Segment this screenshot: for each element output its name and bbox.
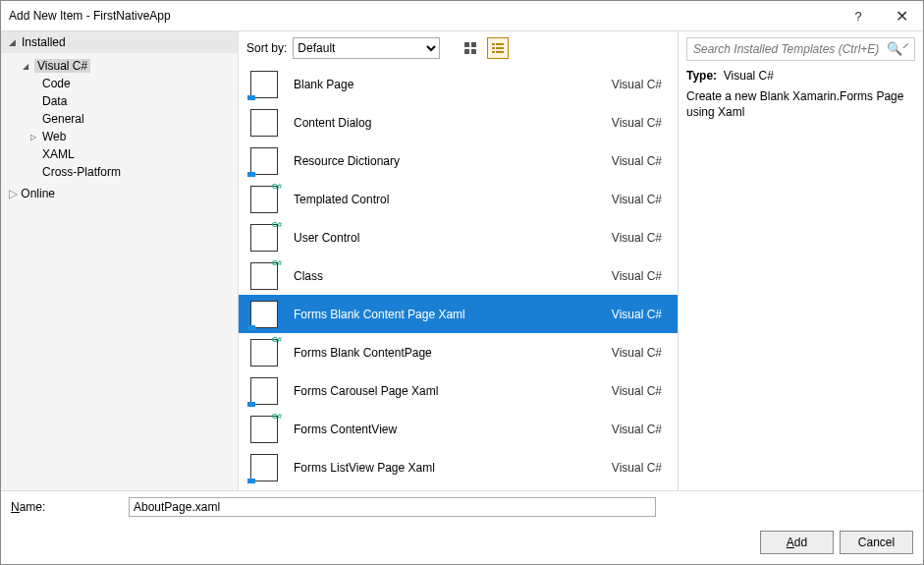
tree-node-visual-csharp[interactable]: ◢ Visual C#: [1, 57, 238, 75]
template-item[interactable]: User ControlVisual C#: [239, 218, 678, 256]
search-box: 🔍⸍: [686, 37, 915, 61]
close-button[interactable]: ✕: [880, 1, 923, 30]
name-label: Name:: [11, 500, 119, 514]
installed-tree: ◢ Visual C# CodeDataGeneral▷WebXAMLCross…: [1, 53, 238, 185]
dialog-icon: [250, 109, 278, 137]
template-label: Blank Page: [294, 78, 612, 91]
list-icon: [491, 41, 505, 55]
svg-rect-4: [492, 43, 495, 45]
xaml-icon: [250, 71, 278, 98]
window-title: Add New Item - FirstNativeApp: [9, 9, 837, 23]
tree-node-cross-platform[interactable]: Cross-Platform: [30, 163, 238, 181]
main-area: ◢ Installed ◢ Visual C# CodeDataGeneral▷…: [1, 30, 923, 491]
svg-rect-6: [492, 47, 495, 49]
svg-rect-1: [471, 42, 476, 47]
template-label: Forms Blank ContentPage: [294, 346, 612, 360]
sort-by-label: Sort by:: [246, 41, 287, 55]
sort-by-select[interactable]: Default: [293, 37, 440, 59]
template-item[interactable]: ClassVisual C#: [239, 256, 678, 295]
svg-rect-7: [496, 47, 504, 49]
tree-section-installed[interactable]: ◢ Installed: [1, 31, 238, 53]
template-language: Visual C#: [612, 423, 662, 436]
template-label: Forms ContentView: [294, 423, 612, 436]
template-label: Forms Blank Content Page Xaml: [294, 308, 612, 321]
svg-rect-5: [496, 43, 504, 45]
left-tree-pane: ◢ Installed ◢ Visual C# CodeDataGeneral▷…: [1, 31, 239, 490]
csharp-icon: [250, 339, 278, 367]
template-language: Visual C#: [612, 346, 662, 360]
template-list[interactable]: Blank PageVisual C#Content DialogVisual …: [239, 65, 678, 490]
template-item[interactable]: Forms Blank Content Page XamlVisual C#: [239, 295, 678, 333]
toolbar: Sort by: Default: [239, 31, 678, 65]
tree-node-xaml[interactable]: XAML: [30, 145, 238, 163]
chevron-right-icon: ▷: [30, 133, 42, 141]
view-tiles-button[interactable]: [460, 37, 481, 59]
template-item[interactable]: Resource DictionaryVisual C#: [239, 141, 678, 180]
tree-section-online[interactable]: ▷ Online: [1, 185, 238, 202]
xaml-icon: [250, 301, 278, 328]
template-language: Visual C#: [612, 78, 662, 91]
right-description-pane: 🔍⸍ Type: Visual C# Create a new Blank Xa…: [678, 31, 923, 490]
template-item[interactable]: Forms ListView Page XamlVisual C#: [239, 448, 678, 486]
xaml-icon: [250, 147, 278, 175]
csharp-icon: [250, 416, 278, 443]
search-icon[interactable]: 🔍⸍: [887, 41, 909, 57]
template-language: Visual C#: [612, 231, 662, 245]
template-label: Templated Control: [294, 193, 612, 206]
csharp-icon: [250, 224, 278, 252]
template-item[interactable]: Forms Blank ContentPageVisual C#: [239, 333, 678, 371]
template-label: Resource Dictionary: [294, 154, 612, 168]
add-button[interactable]: Add: [760, 531, 834, 554]
view-list-button[interactable]: [487, 37, 509, 59]
chevron-down-icon: ◢: [9, 37, 16, 47]
title-bar: Add New Item - FirstNativeApp ? ✕: [1, 1, 923, 30]
description-text: Create a new Blank Xamarin.Forms Page us…: [686, 88, 915, 120]
template-item[interactable]: Templated ControlVisual C#: [239, 180, 678, 218]
template-item[interactable]: Blank PageVisual C#: [239, 65, 678, 103]
template-label: Content Dialog: [294, 116, 612, 130]
svg-rect-0: [464, 42, 469, 47]
type-value: Visual C#: [724, 69, 774, 83]
template-language: Visual C#: [612, 308, 662, 321]
name-input[interactable]: [129, 497, 656, 517]
svg-rect-2: [464, 49, 469, 54]
svg-rect-3: [471, 49, 476, 54]
template-language: Visual C#: [612, 154, 662, 168]
template-label: Forms Carousel Page Xaml: [294, 384, 612, 398]
svg-rect-9: [496, 51, 504, 53]
cancel-button[interactable]: Cancel: [840, 531, 913, 554]
tree-node-code[interactable]: Code: [30, 75, 238, 92]
tiles-icon: [463, 41, 477, 55]
template-language: Visual C#: [612, 116, 662, 130]
csharp-icon: [250, 262, 278, 290]
name-row: Name:: [1, 491, 923, 523]
template-label: User Control: [294, 231, 612, 245]
type-label: Type:: [686, 69, 717, 83]
csharp-icon: [250, 186, 278, 213]
template-label: Forms ListView Page Xaml: [294, 461, 612, 475]
help-button[interactable]: ?: [837, 1, 880, 30]
tree-node-general[interactable]: General: [30, 110, 238, 128]
template-item[interactable]: Forms Carousel Page XamlVisual C#: [239, 371, 678, 410]
chevron-right-icon: ▷: [9, 187, 18, 200]
template-language: Visual C#: [612, 384, 662, 398]
search-input[interactable]: [686, 37, 915, 61]
template-item[interactable]: Forms ContentViewVisual C#: [239, 410, 678, 448]
svg-rect-8: [492, 51, 495, 53]
chevron-down-icon: ◢: [23, 62, 34, 71]
template-label: Class: [294, 269, 612, 283]
template-language: Visual C#: [612, 193, 662, 206]
center-pane: Sort by: Default Blank PageVisual C#Cont…: [239, 31, 678, 490]
description: Type: Visual C# Create a new Blank Xamar…: [686, 69, 915, 120]
tree-node-data[interactable]: Data: [30, 92, 238, 110]
template-language: Visual C#: [612, 461, 662, 475]
xaml-icon: [250, 377, 278, 405]
footer: Add Cancel: [1, 523, 923, 564]
template-item[interactable]: Content DialogVisual C#: [239, 103, 678, 141]
template-language: Visual C#: [612, 269, 662, 283]
tree-node-web[interactable]: ▷Web: [30, 128, 238, 145]
xaml-icon: [250, 454, 278, 481]
